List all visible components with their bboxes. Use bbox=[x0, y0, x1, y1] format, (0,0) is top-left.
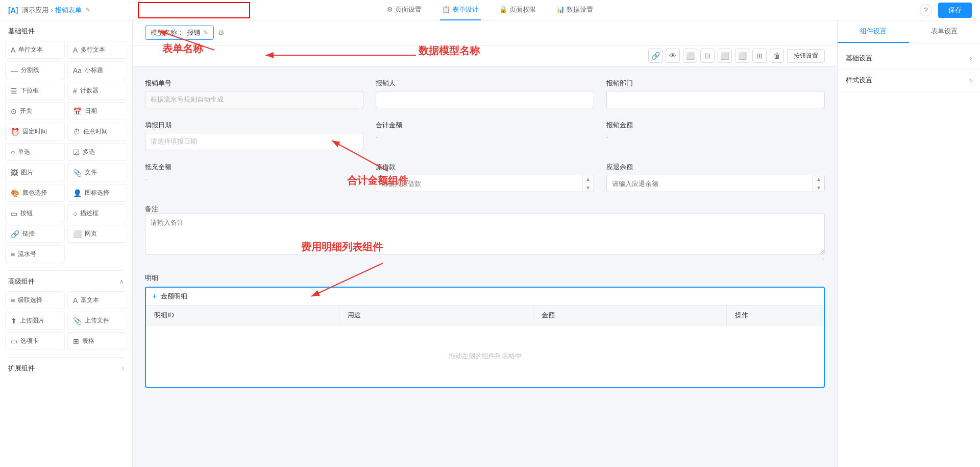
breadcrumb-current[interactable]: 报销表单 bbox=[55, 6, 82, 15]
comp-button[interactable]: ▭ 按钮 bbox=[5, 204, 65, 222]
spin-down-loan[interactable]: ▼ bbox=[582, 183, 594, 192]
field-reporter-input[interactable] bbox=[376, 91, 594, 108]
toolbar-grid-btn[interactable]: ⊞ bbox=[752, 49, 767, 63]
comp-option-card[interactable]: ▭ 选项卡 bbox=[5, 332, 65, 350]
field-department-input[interactable] bbox=[606, 91, 825, 108]
comp-multi-text[interactable]: A 多行文本 bbox=[67, 41, 127, 59]
detail-table-header: + 金额明细 bbox=[146, 288, 824, 306]
comp-webpage[interactable]: ⬜ 网页 bbox=[67, 225, 127, 243]
spin-up-refund[interactable]: ▲ bbox=[813, 175, 824, 183]
comp-small-title-label: 小标题 bbox=[85, 66, 103, 75]
comp-multi-select[interactable]: ☑ 多选 bbox=[67, 143, 127, 161]
comp-date[interactable]: 📅 日期 bbox=[67, 102, 127, 120]
comp-upload-file[interactable]: 📎 上传文件 bbox=[67, 312, 127, 330]
comp-counter[interactable]: # 计数器 bbox=[67, 82, 127, 100]
comp-color-select[interactable]: 🎨 颜色选择 bbox=[5, 184, 65, 202]
comp-date-label: 日期 bbox=[85, 107, 97, 115]
comp-fixed-time-label: 固定时间 bbox=[22, 127, 47, 136]
spin-up-loan[interactable]: ▲ bbox=[582, 175, 594, 183]
right-panel-style-settings[interactable]: 样式设置 › bbox=[838, 69, 980, 91]
single-select-icon: ○ bbox=[11, 148, 15, 156]
nav-data-settings[interactable]: 📊 数据设置 bbox=[554, 0, 595, 20]
small-title-icon: Aa bbox=[73, 66, 82, 75]
tab-form-settings[interactable]: 表单设置 bbox=[909, 20, 981, 43]
toolbar-layout1-btn[interactable]: ⬜ bbox=[683, 49, 697, 63]
spin-down-refund[interactable]: ▼ bbox=[813, 183, 824, 192]
comp-single-select[interactable]: ○ 单选 bbox=[5, 143, 65, 161]
comp-dropdown-label: 下拉框 bbox=[20, 86, 39, 95]
advanced-expand-icon[interactable]: ∧ bbox=[119, 278, 124, 285]
spin-btns-loan: ▲ ▼ bbox=[582, 175, 594, 192]
model-name-value: 报销 bbox=[187, 28, 200, 37]
nav-page-permission[interactable]: 🔒 页面权限 bbox=[497, 0, 538, 20]
toolbar-eye-btn[interactable]: 👁 bbox=[666, 49, 680, 63]
nav-form-design[interactable]: 📋 表单设计 bbox=[440, 0, 481, 20]
comp-switch[interactable]: ⊙ 开关 bbox=[5, 102, 65, 120]
right-panel-tabs: 组件设置 表单设置 bbox=[838, 20, 980, 43]
save-button[interactable]: 保存 bbox=[938, 3, 972, 18]
field-loan-input[interactable]: ▲ ▼ bbox=[376, 175, 594, 192]
comp-divider[interactable]: — 分割线 bbox=[5, 61, 65, 79]
breadcrumb-edit-icon[interactable]: ✎ bbox=[86, 7, 90, 13]
detail-plus-icon[interactable]: + bbox=[152, 292, 157, 301]
model-name-label-text: 模型名称： bbox=[151, 28, 184, 37]
comp-counter-label: 计数器 bbox=[80, 86, 99, 95]
comp-single-select-label: 单选 bbox=[18, 148, 30, 156]
comp-link[interactable]: 🔗 链接 bbox=[5, 225, 65, 243]
toolbar-button-settings[interactable]: 按钮设置 bbox=[787, 49, 825, 63]
cascade-icon: ≡ bbox=[11, 296, 15, 305]
breadcrumb-home[interactable]: 演示应用 bbox=[22, 6, 48, 15]
resize-handle[interactable]: ⌟ bbox=[145, 254, 825, 261]
single-text-icon: A bbox=[11, 46, 15, 54]
toolbar-layout3-btn[interactable]: ⬜ bbox=[718, 49, 732, 63]
toolbar-link-btn[interactable]: 🔗 bbox=[648, 49, 663, 63]
right-panel-basic-settings[interactable]: 基础设置 › bbox=[838, 48, 980, 69]
comp-serial-no[interactable]: ≡ 流水号 bbox=[5, 245, 65, 263]
comp-file[interactable]: 📎 文件 bbox=[67, 164, 127, 181]
tab-component-settings[interactable]: 组件设置 bbox=[838, 20, 909, 43]
detail-table-cols: 明细ID 用途 金额 操作 bbox=[146, 306, 824, 325]
breadcrumb: [A] 演示应用 › 报销表单 ✎ bbox=[8, 6, 90, 15]
advanced-title-text: 高级组件 bbox=[8, 277, 35, 286]
webpage-icon: ⬜ bbox=[73, 230, 82, 238]
field-serial-input[interactable]: 根据流水号规则自动生成 bbox=[145, 91, 363, 108]
comp-upload-file-label: 上传文件 bbox=[85, 316, 109, 325]
comp-rich-text[interactable]: A 富文本 bbox=[67, 291, 127, 309]
comp-upload-image-label: 上传图片 bbox=[20, 316, 44, 325]
comp-table[interactable]: ⊞ 表格 bbox=[67, 332, 127, 350]
toolbar-layout4-btn[interactable]: ⬜ bbox=[735, 49, 749, 63]
remarks-textarea[interactable] bbox=[145, 214, 825, 254]
link-icon: 🔗 bbox=[11, 230, 19, 238]
comp-any-time[interactable]: ⏱ 任意时间 bbox=[67, 123, 127, 141]
comp-image[interactable]: 🖼 图片 bbox=[5, 164, 65, 181]
comp-icon-select[interactable]: 👤 图标选择 bbox=[67, 184, 127, 202]
help-button[interactable]: ? bbox=[920, 4, 932, 16]
toolbar-delete-btn[interactable]: 🗑 bbox=[770, 49, 784, 63]
comp-description[interactable]: ○ 描述框 bbox=[67, 204, 127, 222]
data-settings-icon: 📊 bbox=[556, 6, 565, 13]
comp-cascade-select[interactable]: ≡ 级联选择 bbox=[5, 291, 65, 309]
col-amount: 金额 bbox=[533, 306, 727, 325]
file-icon: 📎 bbox=[73, 169, 82, 177]
field-total-label: 合计金额 bbox=[376, 121, 594, 130]
col-operation: 操作 bbox=[727, 306, 824, 325]
form-canvas: 报销单号 根据流水号规则自动生成 报销人 报销部门 填报日期 请选择填报日期 bbox=[133, 66, 837, 412]
comp-fixed-time[interactable]: ⏰ 固定时间 bbox=[5, 123, 65, 141]
field-loan-label: 原借款 bbox=[376, 162, 594, 172]
model-name-edit-icon[interactable]: ✎ bbox=[203, 29, 208, 36]
field-date-input[interactable]: 请选择填报日期 bbox=[145, 133, 363, 150]
nav-page-settings[interactable]: ⚙ 页面设置 bbox=[385, 0, 424, 20]
field-total-dash: - bbox=[376, 133, 594, 141]
field-refund-input[interactable]: ▲ ▼ bbox=[606, 175, 825, 192]
field-loan-text-input[interactable] bbox=[376, 180, 582, 188]
comp-upload-image[interactable]: ⬆ 上传图片 bbox=[5, 312, 65, 330]
comp-any-time-label: 任意时间 bbox=[83, 127, 108, 136]
model-name-settings-icon[interactable]: ⚙ bbox=[218, 29, 225, 37]
expand-expand-icon[interactable]: › bbox=[122, 365, 124, 372]
field-refund-text-input[interactable] bbox=[607, 180, 813, 188]
comp-single-text[interactable]: A 单行文本 bbox=[5, 41, 65, 59]
comp-dropdown[interactable]: ☰ 下拉框 bbox=[5, 82, 65, 100]
comp-small-title[interactable]: Aa 小标题 bbox=[67, 61, 127, 79]
left-sidebar: 基础组件 A 单行文本 A 多行文本 — 分割线 Aa 小标题 ☰ 下拉框 bbox=[0, 20, 133, 467]
toolbar-layout2-btn[interactable]: ⊟ bbox=[700, 49, 715, 63]
